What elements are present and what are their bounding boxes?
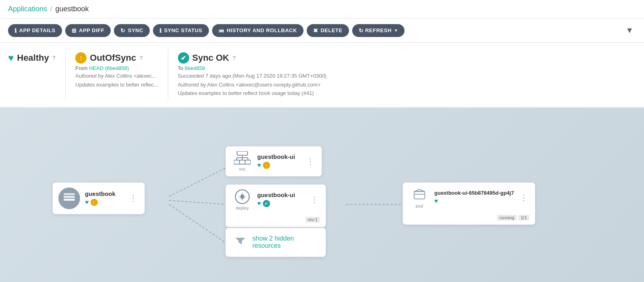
syncok-help-icon[interactable]: ? bbox=[232, 55, 236, 61]
main-app-name: guestbook bbox=[85, 190, 123, 197]
sync-label: OutOfSync bbox=[90, 53, 136, 63]
pod-badges: ♥ bbox=[434, 198, 514, 205]
syncok-authored: Authored by Alex Collins <alexec@users.n… bbox=[178, 81, 327, 89]
health-label: Healthy bbox=[17, 53, 49, 63]
main-app-icon bbox=[58, 187, 80, 209]
flow-area: guestbook ♥ ↑ ⋮ bbox=[0, 108, 644, 282]
info-icon: ℹ bbox=[14, 27, 17, 34]
sync-from: From HEAD (6bed858) bbox=[75, 65, 158, 71]
history-rollback-button[interactable]: ⏮ HISTORY AND ROLLBACK bbox=[212, 24, 303, 37]
filter-node[interactable]: show 2 hidden resources bbox=[225, 228, 326, 257]
pod-heart-icon: ♥ bbox=[434, 198, 438, 205]
main-app-sync-icon: ↑ bbox=[91, 199, 98, 206]
deploy-rev-tag: rev:1 bbox=[305, 217, 320, 222]
breadcrumb-separator: / bbox=[50, 6, 52, 13]
pod-count-tag: 1/1 bbox=[518, 215, 529, 220]
breadcrumb: Applications / guestbook bbox=[8, 5, 89, 13]
svc-menu[interactable]: ⋮ bbox=[305, 155, 316, 168]
heart-icon: ♥ bbox=[8, 52, 14, 64]
svg-line-1 bbox=[169, 200, 225, 204]
sync-label: SYNC bbox=[128, 27, 143, 33]
status-bar: ♥ Healthy ? ↑ OutOfSync ? From HEAD (6be… bbox=[0, 43, 644, 108]
main-app-menu[interactable]: ⋮ bbox=[128, 192, 139, 205]
svc-badges: ♥ ↑ bbox=[257, 162, 301, 169]
layers-icon bbox=[64, 191, 75, 205]
svc-label-area: guestbook-ui ♥ ↑ bbox=[257, 153, 301, 169]
main-app-heart-icon: ♥ bbox=[85, 199, 89, 206]
svc-icon-area: svc bbox=[231, 150, 253, 172]
svg-rect-14 bbox=[239, 160, 245, 164]
breadcrumb-applications-link[interactable]: Applications bbox=[8, 5, 47, 13]
deploy-menu[interactable]: ⋮ bbox=[309, 193, 320, 206]
deploy-ok-icon: ✔ bbox=[263, 200, 270, 207]
syncok-label: Sync OK bbox=[192, 53, 229, 63]
filter-icon bbox=[234, 235, 247, 250]
pod-running-tag: running bbox=[497, 215, 517, 220]
delete-icon: ✖ bbox=[313, 27, 318, 34]
toolbar-filter-button[interactable]: ▼ bbox=[623, 23, 636, 37]
sync-icon: ↻ bbox=[120, 27, 126, 34]
health-help-icon[interactable]: ? bbox=[52, 55, 56, 61]
svc-type-label: svc bbox=[239, 167, 246, 171]
health-status-section: ♥ Healthy ? bbox=[8, 49, 66, 101]
toolbar-filter: ▼ bbox=[623, 23, 636, 37]
filter-text: show 2 hidden resources bbox=[252, 235, 318, 249]
syncok-to: To 6bed858 bbox=[178, 65, 327, 71]
svg-rect-7 bbox=[237, 151, 248, 155]
deploy-type-label: deploy bbox=[236, 206, 249, 210]
health-title: ♥ Healthy ? bbox=[8, 52, 56, 64]
svg-rect-13 bbox=[234, 160, 239, 164]
app-details-button[interactable]: ℹ APP DETAILS bbox=[8, 24, 62, 37]
svg-rect-4 bbox=[64, 199, 75, 201]
sync-button[interactable]: ↻ SYNC bbox=[114, 24, 150, 37]
deploy-icon-area: deploy bbox=[231, 189, 253, 210]
toolbar: ℹ APP DETAILS ⊞ APP DIFF ↻ SYNC ℹ SYNC S… bbox=[0, 19, 644, 43]
main-app-label-area: guestbook ♥ ↑ bbox=[85, 190, 123, 206]
delete-button[interactable]: ✖ DELETE bbox=[307, 24, 349, 37]
refresh-button[interactable]: ↻ REFRESH ▼ bbox=[352, 24, 405, 37]
pod-node[interactable]: pod guestbook-ui-65b878495d-gp4j7 ♥ ⋮ ru… bbox=[402, 182, 535, 225]
deploy-node[interactable]: deploy guestbook-ui ♥ ✔ ⋮ rev:1 bbox=[225, 184, 326, 227]
sync-status-button[interactable]: ℹ SYNC STATUS bbox=[153, 24, 209, 37]
main-app-node[interactable]: guestbook ♥ ↑ ⋮ bbox=[52, 182, 145, 214]
sync-status-icon: ℹ bbox=[159, 27, 162, 34]
main-app-badges: ♥ ↑ bbox=[85, 199, 123, 206]
syncok-title: ✔ Sync OK ? bbox=[178, 52, 327, 64]
syncok-succeeded: Succeeded 7 days ago (Mon Aug 17 2020 19… bbox=[178, 72, 327, 80]
app-diff-button[interactable]: ⊞ APP DIFF bbox=[65, 24, 111, 37]
sync-updates: Updates examples to better reflec... bbox=[75, 81, 158, 89]
deploy-label-area: guestbook-ui ♥ ✔ bbox=[257, 191, 305, 207]
sync-status-section: ↑ OutOfSync ? From HEAD (6bed858) Author… bbox=[75, 49, 168, 101]
app-diff-label: APP DIFF bbox=[79, 27, 104, 33]
sync-help-icon[interactable]: ? bbox=[139, 55, 143, 61]
app-details-label: APP DETAILS bbox=[19, 27, 56, 33]
svg-point-17 bbox=[240, 195, 244, 199]
flow-canvas: guestbook ♥ ↑ ⋮ bbox=[8, 120, 636, 282]
svc-name: guestbook-ui bbox=[257, 153, 301, 160]
svg-rect-5 bbox=[64, 196, 75, 198]
svg-rect-6 bbox=[64, 193, 75, 195]
pod-label-area: guestbook-ui-65b878495d-gp4j7 ♥ bbox=[434, 190, 514, 205]
outofsync-icon: ↑ bbox=[75, 52, 87, 64]
syncok-updates: Updates examples to better reflect hook … bbox=[178, 89, 327, 97]
pod-menu[interactable]: ⋮ bbox=[518, 191, 529, 204]
sync-status-label: SYNC STATUS bbox=[164, 27, 202, 33]
breadcrumb-current: guestbook bbox=[56, 5, 89, 13]
refresh-icon: ↻ bbox=[359, 27, 364, 34]
svg-rect-18 bbox=[414, 191, 425, 199]
header: Applications / guestbook bbox=[0, 0, 644, 19]
syncok-to-link[interactable]: 6bed858 bbox=[185, 65, 205, 71]
sync-title: ↑ OutOfSync ? bbox=[75, 52, 158, 64]
svc-node[interactable]: svc guestbook-ui ♥ ↑ ⋮ bbox=[225, 146, 322, 177]
pod-name: guestbook-ui-65b878495d-gp4j7 bbox=[434, 190, 514, 196]
svg-rect-15 bbox=[245, 160, 251, 164]
deploy-name: guestbook-ui bbox=[257, 191, 305, 198]
svc-sync-icon: ↑ bbox=[263, 162, 270, 169]
diff-icon: ⊞ bbox=[72, 27, 77, 34]
delete-label: DELETE bbox=[320, 27, 342, 33]
sync-from-link[interactable]: HEAD (6bed858) bbox=[89, 65, 129, 71]
svg-line-2 bbox=[169, 204, 225, 243]
refresh-caret-icon: ▼ bbox=[394, 28, 398, 33]
deploy-badges: ♥ ✔ bbox=[257, 200, 305, 207]
syncok-icon: ✔ bbox=[178, 52, 189, 64]
